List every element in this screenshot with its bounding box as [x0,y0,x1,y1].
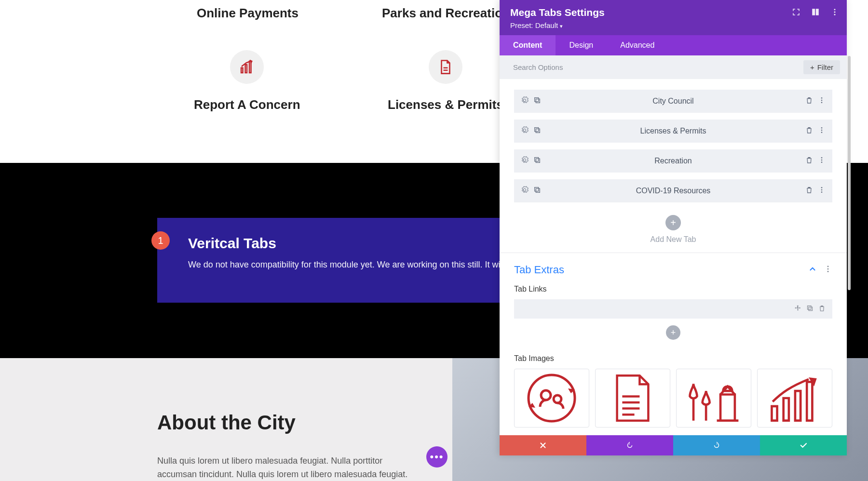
undo-button[interactable] [586,435,673,455]
svg-point-11 [821,130,823,131]
ql-online-payments[interactable]: Online Payments [197,6,298,21]
svg-point-5 [821,97,823,99]
svg-point-24 [827,268,829,270]
plus-icon: + [810,63,814,71]
tab-row[interactable]: Recreation [514,149,832,173]
trash-icon[interactable] [805,126,813,136]
duplicate-icon[interactable] [533,96,541,106]
svg-point-0 [834,9,836,10]
divider [500,253,847,253]
trash-icon[interactable] [805,156,813,166]
kebab-icon[interactable] [818,156,826,166]
section-tab-extras[interactable]: Tab Extras [514,264,832,276]
tab-images-grid [514,369,832,428]
kebab-icon[interactable] [824,264,832,276]
ql-item-report-concern[interactable]: Report A Concern [194,50,300,112]
tab-list: City Council Licenses & Permits [514,90,832,202]
panel-tabs: Content Design Advanced [500,35,847,55]
ql-report-concern-label: Report A Concern [194,97,300,112]
tab-image-document[interactable] [595,369,670,428]
trash-icon[interactable] [805,96,813,106]
filter-button[interactable]: + Filter [803,60,840,74]
fullscreen-icon[interactable] [792,8,800,18]
gear-icon[interactable] [521,156,529,166]
add-link-button[interactable]: + [666,325,680,340]
fab-more-button[interactable]: ••• [426,446,448,468]
cancel-button[interactable] [500,435,586,455]
tab-links-row[interactable] [514,299,832,319]
svg-rect-26 [808,306,812,309]
ql-item-licenses[interactable]: Licenses & Permits [388,50,503,112]
kebab-icon[interactable] [818,96,826,106]
kebab-icon[interactable] [818,186,826,196]
layout-icon[interactable] [811,8,820,18]
ql-licenses-label: Licenses & Permits [388,97,503,112]
section-title: Tab Extras [514,264,564,276]
svg-rect-19 [536,188,540,192]
duplicate-icon[interactable] [533,186,541,196]
add-tab-button[interactable]: + [665,215,681,230]
panel-body: City Council Licenses & Permits [500,79,847,435]
tab-row[interactable]: City Council [514,90,832,113]
duplicate-icon[interactable] [806,305,814,314]
about-title: About the City [157,411,423,434]
tab-image-people[interactable] [514,369,589,428]
svg-point-7 [821,102,823,103]
svg-rect-9 [536,129,540,133]
gear-icon[interactable] [521,186,529,196]
svg-rect-8 [535,128,539,132]
tab-design[interactable]: Design [556,35,607,55]
preset-dropdown[interactable]: Preset: Default▾ [510,21,836,29]
header-icons [792,8,839,18]
svg-point-25 [827,271,829,272]
svg-point-2 [834,14,836,15]
panel-footer [500,435,847,455]
svg-rect-27 [809,307,813,311]
move-icon[interactable] [794,305,801,314]
redo-button[interactable] [673,435,760,455]
gear-icon[interactable] [521,96,529,106]
gear-icon[interactable] [521,126,529,136]
svg-point-20 [821,187,823,188]
panel-title: Mega Tabs Settings [510,7,836,18]
svg-rect-4 [536,99,540,103]
tab-row[interactable]: Licenses & Permits [514,120,832,143]
confirm-button[interactable] [760,435,847,455]
tab-row-label: Recreation [541,157,805,165]
tab-content[interactable]: Content [500,35,556,55]
about-body: Nulla quis lorem ut libero malesuada feu… [157,454,423,481]
duplicate-icon[interactable] [533,156,541,166]
search-row: + Filter [500,55,847,79]
svg-point-17 [821,161,823,163]
trash-icon[interactable] [805,186,813,196]
tab-advanced[interactable]: Advanced [607,35,668,55]
svg-point-16 [821,160,823,161]
kebab-icon[interactable] [830,8,839,18]
svg-rect-3 [535,98,539,102]
search-input[interactable] [513,63,803,71]
preset-label: Preset: Default [510,21,558,29]
trash-icon[interactable] [818,305,826,314]
svg-rect-14 [536,159,540,162]
kebab-icon[interactable] [818,126,826,136]
panel-header: Mega Tabs Settings Preset: Default▾ [500,0,847,35]
about-section: About the City Nulla quis lorem ut liber… [0,358,452,481]
svg-point-28 [529,375,575,421]
tab-images-label: Tab Images [514,354,832,363]
duplicate-icon[interactable] [533,126,541,136]
svg-point-1 [834,12,836,13]
scrollbar[interactable] [848,56,851,290]
tab-image-park[interactable] [676,369,751,428]
step-badge-1: 1 [151,231,170,250]
svg-rect-18 [535,187,539,191]
tab-row-label: COVID-19 Resources [541,187,805,195]
tab-image-growth[interactable] [757,369,832,428]
add-link: + [514,325,832,340]
chevron-down-icon: ▾ [560,23,563,29]
chart-growth-icon [230,50,264,84]
ql-parks-recreation[interactable]: Parks and Recreation [382,6,510,21]
filter-label: Filter [817,63,833,71]
tab-row[interactable]: COVID-19 Resources [514,179,832,202]
svg-point-29 [541,390,551,400]
chevron-up-icon[interactable] [808,264,817,276]
